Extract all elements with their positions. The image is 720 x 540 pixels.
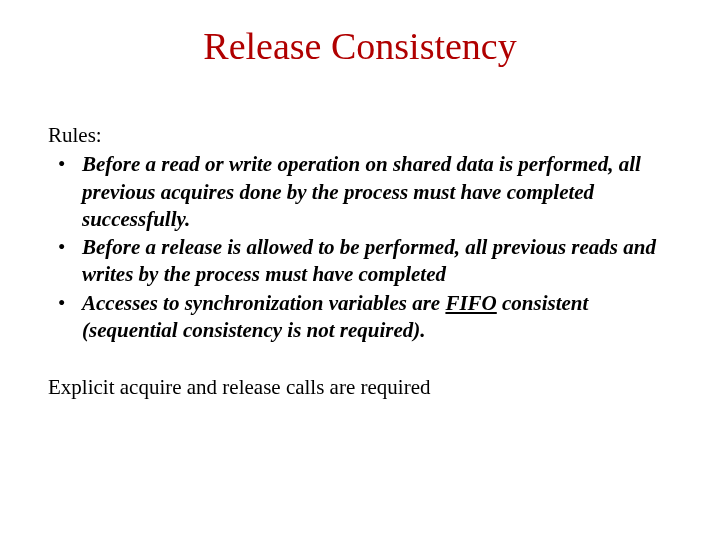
rules-label: Rules: bbox=[48, 122, 672, 149]
rule-item: Before a release is allowed to be perfor… bbox=[82, 234, 672, 289]
fifo-text: FIFO bbox=[445, 291, 496, 315]
slide-title: Release Consistency bbox=[48, 24, 672, 68]
rule-item: Accesses to synchronization variables ar… bbox=[82, 290, 672, 345]
rule-item: Before a read or write operation on shar… bbox=[82, 151, 672, 233]
rule-text-pre: Accesses to synchronization variables ar… bbox=[82, 291, 445, 315]
footer-text: Explicit acquire and release calls are r… bbox=[48, 374, 672, 401]
rules-list: Before a read or write operation on shar… bbox=[48, 151, 672, 344]
slide-body: Rules: Before a read or write operation … bbox=[48, 122, 672, 402]
slide: Release Consistency Rules: Before a read… bbox=[0, 0, 720, 540]
